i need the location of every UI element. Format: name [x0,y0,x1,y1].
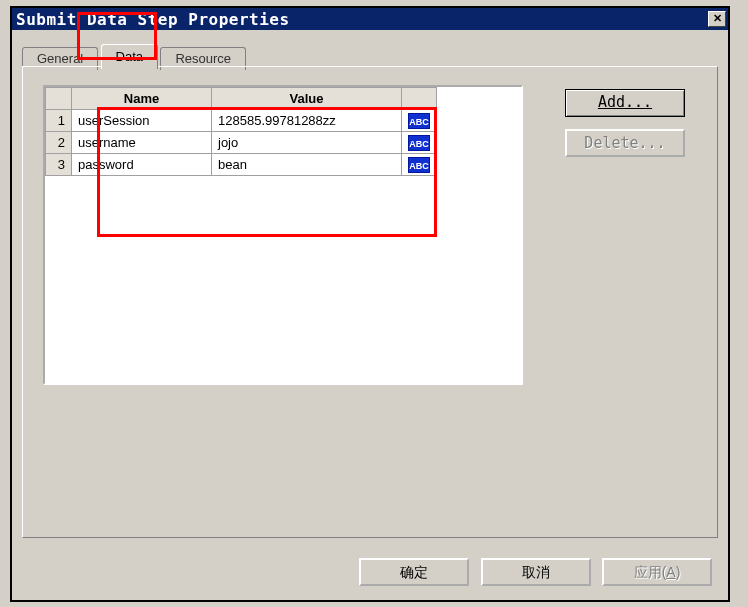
tab-strip: General Data Resource [22,44,722,66]
button-label: Add... [598,93,652,111]
tab-page-data: Name Value 1 userSession 128585.99781288… [22,66,718,538]
cancel-button[interactable]: 取消 [481,558,591,586]
button-label: Delete... [584,134,665,152]
dialog-button-bar: 确定 取消 应用(A) [18,558,722,586]
col-header-value[interactable]: Value [212,88,402,110]
cell-type-chip[interactable]: ABC [402,154,437,176]
corner-cell[interactable] [46,88,72,110]
abc-icon: ABC [408,113,430,129]
button-label-suffix: ) [676,564,681,580]
cell-name[interactable]: password [72,154,212,176]
close-button[interactable]: ✕ [708,11,726,27]
table-row[interactable]: 2 username jojo ABC [46,132,437,154]
abc-icon: ABC [408,135,430,151]
col-header-type [402,88,437,110]
cell-type-chip[interactable]: ABC [402,132,437,154]
button-label: 确定 [400,564,428,580]
row-number[interactable]: 3 [46,154,72,176]
window-title: Submit Data Step Properties [16,10,290,29]
dialog-window: Submit Data Step Properties ✕ General Da… [10,6,730,602]
col-header-name[interactable]: Name [72,88,212,110]
abc-icon: ABC [408,157,430,173]
tab-label: Resource [175,51,231,66]
side-button-group: Add... Delete... [565,89,695,169]
tab-label: General [37,51,83,66]
button-label-prefix: 应用( [634,564,667,580]
cell-value[interactable]: jojo [212,132,402,154]
row-number[interactable]: 1 [46,110,72,132]
data-grid-frame[interactable]: Name Value 1 userSession 128585.99781288… [43,85,523,385]
cell-value[interactable]: 128585.99781288zz [212,110,402,132]
tab-label: Data [116,49,143,64]
add-button[interactable]: Add... [565,89,685,117]
button-label: 取消 [522,564,550,580]
table-row[interactable]: 1 userSession 128585.99781288zz ABC [46,110,437,132]
data-grid[interactable]: Name Value 1 userSession 128585.99781288… [45,87,437,176]
table-row[interactable]: 3 password bean ABC [46,154,437,176]
title-bar[interactable]: Submit Data Step Properties ✕ [12,8,728,30]
cell-type-chip[interactable]: ABC [402,110,437,132]
ok-button[interactable]: 确定 [359,558,469,586]
apply-button: 应用(A) [602,558,712,586]
client-area: General Data Resource Name Value 1 userS… [18,36,722,594]
tab-data[interactable]: Data [101,44,158,69]
header-row: Name Value [46,88,437,110]
delete-button: Delete... [565,129,685,157]
cell-name[interactable]: userSession [72,110,212,132]
cell-value[interactable]: bean [212,154,402,176]
button-mnemonic: A [666,564,675,580]
row-number[interactable]: 2 [46,132,72,154]
cell-name[interactable]: username [72,132,212,154]
